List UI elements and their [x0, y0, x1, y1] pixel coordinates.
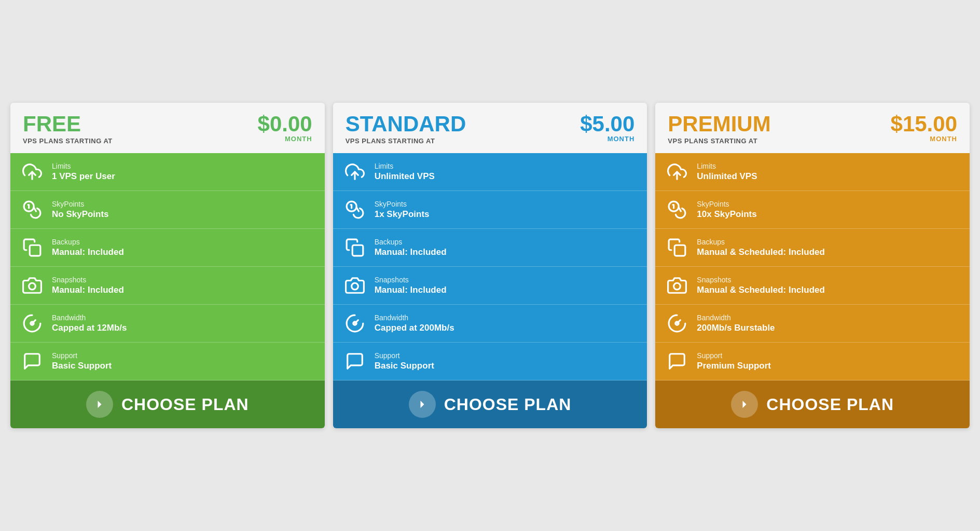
svg-line-2: [34, 208, 36, 211]
plan-subtitle-free: VPS PLANS STARTING AT: [23, 137, 113, 145]
cta-circle-free: [86, 391, 113, 418]
copy-icon: [343, 236, 366, 259]
feature-item-free-0: Limits1 VPS per User: [10, 153, 325, 191]
feature-value-free-4: Capped at 12Mb/s: [52, 323, 127, 333]
feature-value-free-0: 1 VPS per User: [52, 171, 115, 182]
plan-subtitle-standard: VPS PLANS STARTING AT: [346, 137, 466, 145]
feature-label-premium-2: Backups: [697, 238, 825, 246]
feature-item-standard-2: BackupsManual: Included: [333, 229, 647, 267]
feature-value-premium-1: 10x SkyPoints: [697, 209, 756, 220]
cta-label-standard: CHOOSE PLAN: [444, 395, 572, 414]
cta-circle-standard: [409, 391, 436, 418]
gauge-icon: [343, 312, 366, 335]
feature-label-free-5: Support: [52, 351, 112, 360]
feature-label-premium-4: Bandwidth: [697, 314, 775, 322]
feature-value-standard-3: Manual: Included: [375, 285, 447, 295]
feature-value-free-1: No SkyPoints: [52, 209, 109, 220]
coins-icon: [21, 198, 44, 221]
feature-label-standard-3: Snapshots: [375, 276, 447, 284]
svg-rect-3: [30, 245, 40, 256]
plan-price-premium: $15.00: [891, 113, 957, 135]
gauge-icon: [666, 312, 688, 335]
copy-icon: [21, 236, 44, 259]
plan-subtitle-premium: VPS PLANS STARTING AT: [668, 137, 770, 145]
cta-label-premium: CHOOSE PLAN: [766, 395, 894, 414]
coins-icon: [666, 198, 688, 221]
plan-period-free: MONTH: [258, 135, 312, 143]
gauge-icon: [21, 312, 44, 335]
svg-point-4: [29, 283, 36, 290]
cta-label-free: CHOOSE PLAN: [121, 395, 249, 414]
feature-value-premium-3: Manual & Scheduled: Included: [697, 285, 825, 295]
plan-header-standard: STANDARDVPS PLANS STARTING AT$5.00MONTH: [333, 103, 647, 153]
feature-item-standard-1: SkyPoints1x SkyPoints: [333, 191, 647, 229]
feature-value-premium-5: Premium Support: [697, 361, 771, 371]
feature-label-premium-5: Support: [697, 351, 771, 360]
feature-item-standard-5: SupportBasic Support: [333, 343, 647, 380]
feature-label-standard-5: Support: [375, 351, 434, 360]
chat-icon: [21, 350, 44, 373]
cta-button-standard[interactable]: CHOOSE PLAN: [333, 380, 647, 428]
feature-item-standard-3: SnapshotsManual: Included: [333, 267, 647, 305]
feature-item-standard-4: BandwidthCapped at 200Mb/s: [333, 305, 647, 343]
feature-label-premium-1: SkyPoints: [697, 200, 756, 208]
features-list-standard: LimitsUnlimited VPS SkyPoints1x SkyPoint…: [333, 153, 647, 380]
plan-name-premium: PREMIUM: [668, 113, 770, 135]
chat-icon: [666, 350, 688, 373]
svg-point-16: [674, 283, 681, 290]
camera-icon: [21, 274, 44, 297]
features-list-premium: LimitsUnlimited VPS SkyPoints10x SkyPoin…: [655, 153, 970, 380]
feature-item-premium-5: SupportPremium Support: [655, 343, 970, 380]
feature-value-free-2: Manual: Included: [52, 247, 124, 257]
camera-icon: [343, 274, 366, 297]
cta-circle-premium: [731, 391, 758, 418]
feature-value-free-3: Manual: Included: [52, 285, 124, 295]
chat-icon: [343, 350, 366, 373]
feature-item-free-2: BackupsManual: Included: [10, 229, 325, 267]
feature-value-premium-2: Manual & Scheduled: Included: [697, 247, 825, 257]
feature-item-premium-4: Bandwidth200Mb/s Burstable: [655, 305, 970, 343]
svg-line-8: [356, 208, 358, 211]
plan-card-standard: STANDARDVPS PLANS STARTING AT$5.00MONTH …: [333, 103, 647, 428]
feature-item-free-1: SkyPointsNo SkyPoints: [10, 191, 325, 229]
plan-name-standard: STANDARD: [346, 113, 466, 135]
cta-button-premium[interactable]: CHOOSE PLAN: [655, 380, 970, 428]
feature-item-free-3: SnapshotsManual: Included: [10, 267, 325, 305]
feature-value-standard-0: Unlimited VPS: [375, 171, 435, 182]
feature-label-free-2: Backups: [52, 238, 124, 246]
plan-period-premium: MONTH: [891, 135, 957, 143]
feature-item-free-5: SupportBasic Support: [10, 343, 325, 380]
coins-icon: [343, 198, 366, 221]
feature-label-free-0: Limits: [52, 162, 115, 170]
feature-label-standard-0: Limits: [375, 162, 435, 170]
feature-label-free-4: Bandwidth: [52, 314, 127, 322]
feature-value-premium-4: 200Mb/s Burstable: [697, 323, 775, 333]
feature-value-standard-4: Capped at 200Mb/s: [375, 323, 454, 333]
feature-item-premium-2: BackupsManual & Scheduled: Included: [655, 229, 970, 267]
plan-price-standard: $5.00: [580, 113, 634, 135]
feature-label-premium-3: Snapshots: [697, 276, 825, 284]
plan-header-premium: PREMIUMVPS PLANS STARTING AT$15.00MONTH: [655, 103, 970, 153]
plan-name-free: FREE: [23, 113, 113, 135]
feature-item-free-4: BandwidthCapped at 12Mb/s: [10, 305, 325, 343]
feature-value-free-5: Basic Support: [52, 361, 112, 371]
feature-label-standard-1: SkyPoints: [375, 200, 430, 208]
feature-item-standard-0: LimitsUnlimited VPS: [333, 153, 647, 191]
feature-label-standard-2: Backups: [375, 238, 447, 246]
upload-cloud-icon: [21, 160, 44, 183]
feature-label-free-1: SkyPoints: [52, 200, 109, 208]
plans-container: FREEVPS PLANS STARTING AT$0.00MONTH Limi…: [0, 92, 980, 439]
feature-value-standard-5: Basic Support: [375, 361, 434, 371]
plan-price-free: $0.00: [258, 113, 312, 135]
svg-rect-15: [675, 245, 686, 256]
svg-point-10: [351, 283, 358, 290]
plan-header-free: FREEVPS PLANS STARTING AT$0.00MONTH: [10, 103, 325, 153]
plan-card-premium: PREMIUMVPS PLANS STARTING AT$15.00MONTH …: [655, 103, 970, 428]
feature-value-standard-2: Manual: Included: [375, 247, 447, 257]
feature-item-premium-1: SkyPoints10x SkyPoints: [655, 191, 970, 229]
features-list-free: Limits1 VPS per User SkyPointsNo SkyPoin…: [10, 153, 325, 380]
upload-cloud-icon: [343, 160, 366, 183]
cta-button-free[interactable]: CHOOSE PLAN: [10, 380, 325, 428]
upload-cloud-icon: [666, 160, 688, 183]
feature-item-premium-3: SnapshotsManual & Scheduled: Included: [655, 267, 970, 305]
